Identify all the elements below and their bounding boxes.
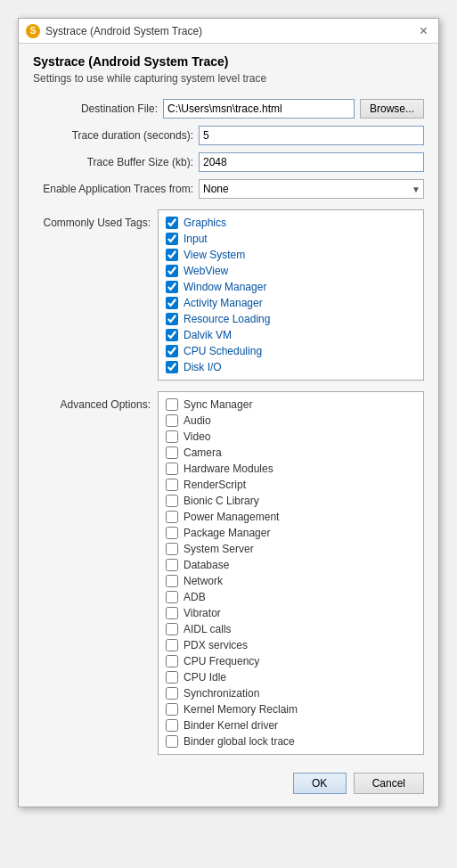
checkbox-bionic_c[interactable] bbox=[166, 495, 178, 507]
advanced-item-audio: Audio bbox=[166, 414, 416, 428]
advanced-section: Advanced Options: Sync ManagerAudioVideo… bbox=[33, 391, 424, 755]
commonly-used-item-activity_manager: Activity Manager bbox=[166, 296, 416, 310]
destination-input[interactable] bbox=[163, 99, 355, 119]
advanced-item-aidl_calls: AIDL calls bbox=[166, 622, 416, 636]
label-resource_loading[interactable]: Resource Loading bbox=[184, 313, 270, 325]
checkbox-camera[interactable] bbox=[166, 446, 178, 459]
dialog-title: Systrace (Android System Trace) bbox=[33, 54, 424, 69]
advanced-item-network: Network bbox=[166, 574, 416, 588]
checkbox-view_system[interactable] bbox=[166, 249, 178, 261]
advanced-item-package_manager: Package Manager bbox=[166, 526, 416, 540]
label-view_system[interactable]: View System bbox=[184, 249, 245, 261]
label-vibrator[interactable]: Vibrator bbox=[184, 607, 221, 619]
checkbox-adb[interactable] bbox=[166, 591, 178, 603]
label-kernel_memory[interactable]: Kernel Memory Reclaim bbox=[184, 703, 298, 716]
label-hardware_modules[interactable]: Hardware Modules bbox=[184, 463, 273, 475]
checkbox-graphics[interactable] bbox=[166, 217, 178, 229]
advanced-item-kernel_memory: Kernel Memory Reclaim bbox=[166, 702, 416, 717]
label-window_manager[interactable]: Window Manager bbox=[184, 281, 266, 293]
dialog-body: Destination File: Browse... Trace durati… bbox=[19, 90, 438, 764]
app-traces-row: Enable Application Traces from: None ▼ bbox=[33, 179, 424, 199]
commonly-used-label: Commonly Used Tags: bbox=[33, 209, 158, 381]
app-traces-select-wrapper: None ▼ bbox=[199, 179, 424, 199]
checkbox-vibrator[interactable] bbox=[166, 607, 178, 619]
label-binder_kernel[interactable]: Binder Kernel driver bbox=[184, 719, 278, 732]
buffer-input[interactable] bbox=[199, 152, 424, 172]
advanced-label: Advanced Options: bbox=[33, 391, 158, 755]
checkbox-activity_manager[interactable] bbox=[166, 297, 178, 309]
label-renderscript[interactable]: RenderScript bbox=[184, 479, 246, 491]
app-traces-label: Enable Application Traces from: bbox=[33, 183, 193, 195]
label-graphics[interactable]: Graphics bbox=[184, 217, 226, 229]
duration-input[interactable] bbox=[199, 126, 424, 145]
label-database[interactable]: Database bbox=[184, 559, 229, 571]
checkbox-aidl_calls[interactable] bbox=[166, 623, 178, 635]
checkbox-cpu_frequency[interactable] bbox=[166, 655, 178, 667]
dialog-footer: OK Cancel bbox=[19, 764, 438, 807]
commonly-used-item-webview: WebView bbox=[166, 264, 416, 278]
checkbox-kernel_memory[interactable] bbox=[166, 703, 178, 716]
label-binder_global[interactable]: Binder global lock trace bbox=[184, 735, 295, 748]
checkbox-cpu_idle[interactable] bbox=[166, 671, 178, 684]
label-activity_manager[interactable]: Activity Manager bbox=[184, 297, 263, 309]
checkbox-database[interactable] bbox=[166, 559, 178, 571]
label-bionic_c[interactable]: Bionic C Library bbox=[184, 495, 259, 507]
label-adb[interactable]: ADB bbox=[184, 591, 206, 603]
label-cpu_idle[interactable]: CPU Idle bbox=[184, 671, 226, 684]
checkbox-audio[interactable] bbox=[166, 414, 178, 427]
advanced-item-camera: Camera bbox=[166, 446, 416, 460]
app-traces-select[interactable]: None bbox=[199, 179, 424, 199]
close-button[interactable]: × bbox=[416, 24, 431, 38]
app-icon: S bbox=[26, 24, 40, 38]
label-dalvik_vm[interactable]: Dalvik VM bbox=[184, 329, 232, 341]
advanced-item-binder_global: Binder global lock trace bbox=[166, 734, 416, 749]
checkbox-network[interactable] bbox=[166, 575, 178, 587]
checkbox-window_manager[interactable] bbox=[166, 281, 178, 293]
label-power_mgmt[interactable]: Power Management bbox=[184, 511, 279, 523]
advanced-item-renderscript: RenderScript bbox=[166, 478, 416, 492]
browse-button[interactable]: Browse... bbox=[360, 99, 424, 119]
label-webview[interactable]: WebView bbox=[184, 265, 228, 277]
checkbox-pdx_services[interactable] bbox=[166, 639, 178, 651]
label-network[interactable]: Network bbox=[184, 575, 223, 587]
checkbox-binder_kernel[interactable] bbox=[166, 719, 178, 732]
advanced-item-video: Video bbox=[166, 430, 416, 444]
checkbox-package_manager[interactable] bbox=[166, 527, 178, 539]
label-package_manager[interactable]: Package Manager bbox=[184, 527, 270, 539]
cancel-button[interactable]: Cancel bbox=[354, 773, 424, 794]
checkbox-renderscript[interactable] bbox=[166, 479, 178, 491]
label-cpu_frequency[interactable]: CPU Frequency bbox=[184, 655, 259, 667]
label-audio[interactable]: Audio bbox=[184, 414, 211, 427]
checkbox-synchronization[interactable] bbox=[166, 687, 178, 700]
dialog-subtitle: Settings to use while capturing system l… bbox=[33, 72, 424, 85]
checkbox-system_server[interactable] bbox=[166, 543, 178, 555]
advanced-panel: Sync ManagerAudioVideoCameraHardware Mod… bbox=[158, 391, 424, 755]
checkbox-dalvik_vm[interactable] bbox=[166, 329, 178, 341]
checkbox-power_mgmt[interactable] bbox=[166, 511, 178, 523]
advanced-item-synchronization: Synchronization bbox=[166, 686, 416, 700]
label-synchronization[interactable]: Synchronization bbox=[184, 687, 259, 700]
commonly-used-item-view_system: View System bbox=[166, 248, 416, 262]
label-pdx_services[interactable]: PDX services bbox=[184, 639, 248, 651]
ok-button[interactable]: OK bbox=[293, 773, 347, 794]
checkbox-disk_io[interactable] bbox=[166, 361, 178, 373]
label-cpu_scheduling[interactable]: CPU Scheduling bbox=[184, 345, 262, 357]
buffer-row: Trace Buffer Size (kb): bbox=[33, 152, 424, 172]
label-disk_io[interactable]: Disk I/O bbox=[184, 361, 222, 373]
label-sync_manager[interactable]: Sync Manager bbox=[184, 398, 252, 411]
checkbox-hardware_modules[interactable] bbox=[166, 463, 178, 475]
commonly-used-item-input: Input bbox=[166, 232, 416, 246]
label-input[interactable]: Input bbox=[184, 233, 208, 245]
label-camera[interactable]: Camera bbox=[184, 446, 222, 459]
checkbox-webview[interactable] bbox=[166, 265, 178, 277]
checkbox-cpu_scheduling[interactable] bbox=[166, 345, 178, 357]
checkbox-sync_manager[interactable] bbox=[166, 398, 178, 411]
checkbox-input[interactable] bbox=[166, 233, 178, 245]
duration-row: Trace duration (seconds): bbox=[33, 126, 424, 145]
checkbox-video[interactable] bbox=[166, 430, 178, 443]
label-system_server[interactable]: System Server bbox=[184, 543, 254, 555]
checkbox-resource_loading[interactable] bbox=[166, 313, 178, 325]
label-video[interactable]: Video bbox=[184, 430, 210, 443]
label-aidl_calls[interactable]: AIDL calls bbox=[184, 623, 232, 635]
checkbox-binder_global[interactable] bbox=[166, 735, 178, 748]
